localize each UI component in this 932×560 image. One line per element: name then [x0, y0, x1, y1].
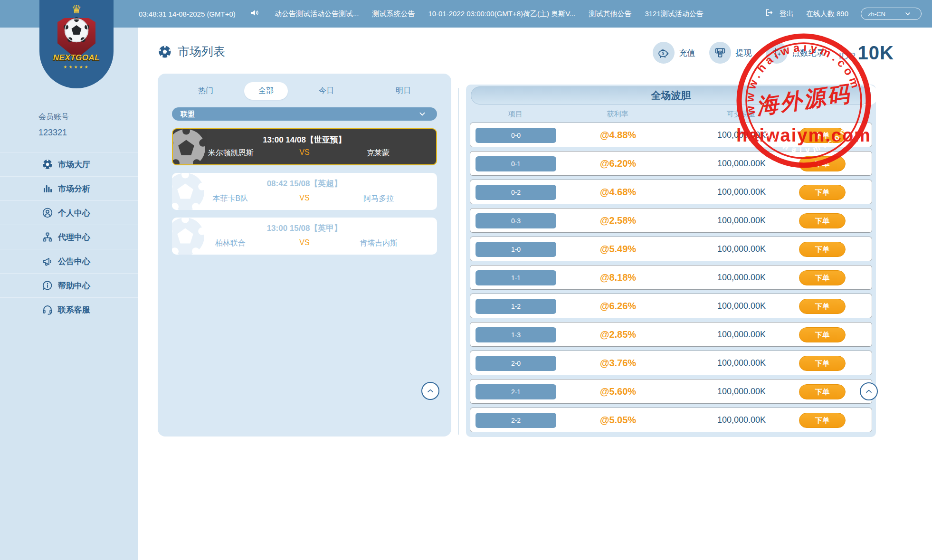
odds-row: 0-2 @4.68% 100,000.00K 下单 — [470, 180, 872, 204]
order-button[interactable]: 下单 — [799, 270, 846, 285]
away-team: 阿马多拉 — [320, 194, 437, 204]
bar-chart-icon — [42, 183, 53, 194]
league-select[interactable]: 联盟 — [172, 107, 437, 121]
tradable-amount: 100,000.00K — [717, 330, 766, 340]
score-pill[interactable]: 1-0 — [476, 242, 556, 257]
vs-label: VS — [289, 238, 321, 248]
match-card-selected[interactable]: 13:00 14/08【世亚预】 米尔顿凯恩斯 VS 克莱蒙 — [172, 128, 437, 165]
language-select[interactable]: zh-CN — [861, 8, 922, 20]
account-value: 123321 — [38, 128, 69, 138]
tab-hot[interactable]: 热门 — [167, 82, 244, 100]
order-button[interactable]: 下单 — [799, 356, 846, 371]
tab-today[interactable]: 今日 — [288, 82, 365, 100]
column-item: 项目 — [508, 110, 523, 119]
sidebar-item-label: 帮助中心 — [58, 280, 90, 291]
match-time: 13:00 15/08【英甲】 — [172, 223, 437, 234]
order-button[interactable]: 下单 — [799, 384, 846, 399]
announcement-bar: 动公告测试活动公告测试... 测试系统公告 10-01-2022 03:00:0… — [250, 8, 704, 19]
chevron-down-icon — [905, 11, 916, 17]
order-button[interactable]: 下单 — [799, 128, 846, 143]
sidebar-item-help-center[interactable]: 帮助中心 — [0, 273, 138, 297]
tradable-amount: 100,000.00K — [717, 130, 766, 140]
sidebar-item-label: 联系客服 — [58, 304, 90, 315]
profit-rate: @4.88% — [600, 130, 636, 141]
order-button[interactable]: 下单 — [799, 156, 846, 171]
announcement-4[interactable]: 测试其他公告 — [589, 9, 631, 19]
logout-icon — [765, 8, 776, 19]
page-title-text: 市场列表 — [178, 44, 225, 59]
profit-rate: @2.85% — [600, 329, 636, 340]
points-record-button[interactable]: 点数纪录 — [766, 42, 824, 64]
sidebar-item-label: 个人中心 — [58, 208, 90, 218]
order-button[interactable]: 下单 — [799, 213, 846, 228]
profit-rate: @2.58% — [600, 215, 636, 226]
currency-code: IDR — [838, 50, 856, 62]
recharge-button[interactable]: $ 充值 — [653, 42, 695, 64]
announcement-5[interactable]: 3121测试活动公告 — [645, 9, 704, 19]
soccer-ball-icon — [158, 45, 172, 59]
score-pill[interactable]: 0-1 — [476, 156, 556, 171]
scroll-top-button[interactable] — [421, 382, 439, 400]
odds-row: 0-1 @6.20% 100,000.00K 下单 — [470, 151, 872, 176]
announcement-3[interactable]: 10-01-2022 03:00:00(GMT+8)荷乙(主) 奥斯V... — [428, 9, 575, 19]
order-button[interactable]: 下单 — [799, 299, 846, 314]
tradable-amount: 100,000.00K — [717, 301, 766, 311]
order-button[interactable]: 下单 — [799, 327, 846, 342]
home-team: 本菲卡B队 — [172, 194, 289, 204]
score-pill[interactable]: 0-2 — [476, 185, 556, 200]
match-card[interactable]: 08:42 15/08【英超】 本菲卡B队 VS 阿马多拉 — [172, 173, 437, 210]
recharge-label: 充值 — [679, 47, 695, 58]
score-pill[interactable]: 0-0 — [476, 128, 556, 143]
tradable-amount: 100,000.00K — [717, 273, 766, 283]
sidebar-item-announcement-center[interactable]: 公告中心 — [0, 249, 138, 273]
sidebar-item-label: 代理中心 — [58, 232, 90, 243]
order-button[interactable]: 下单 — [799, 413, 846, 428]
odds-row: 2-0 @3.76% 100,000.00K 下单 — [470, 351, 872, 375]
megaphone-icon — [42, 256, 53, 267]
order-button[interactable]: 下单 — [799, 185, 846, 200]
tradable-amount: 100,000.00K — [717, 216, 766, 226]
odds-row: 1-1 @8.18% 100,000.00K 下单 — [470, 265, 872, 290]
score-pill[interactable]: 2-2 — [476, 413, 556, 428]
piggy-bank-icon: $ — [653, 42, 675, 64]
language-value: zh-CN — [868, 10, 885, 18]
column-tradable: 可交易量 — [727, 110, 755, 119]
score-pill[interactable]: 1-2 — [476, 299, 556, 314]
score-pill[interactable]: 1-1 — [476, 270, 556, 285]
vs-label: VS — [289, 148, 320, 158]
odds-row: 0-3 @2.58% 100,000.00K 下单 — [470, 208, 872, 233]
account-label: 会员账号 — [38, 112, 69, 122]
match-card[interactable]: 13:00 15/08【英甲】 柏林联合 VS 肯塔吉内斯 — [172, 218, 437, 255]
soccer-ball-emblem — [62, 16, 91, 47]
scroll-top-button[interactable] — [860, 382, 878, 400]
vs-label: VS — [289, 194, 321, 204]
tradable-amount: 100,000.00K — [717, 159, 766, 169]
headset-icon — [42, 304, 53, 315]
sidebar-item-market-analysis[interactable]: 市场分析 — [0, 176, 138, 200]
withdraw-button[interactable]: $ 提现 — [709, 42, 751, 64]
sidebar-item-personal-center[interactable]: 个人中心 — [0, 200, 138, 225]
tab-all[interactable]: 全部 — [244, 82, 288, 100]
score-pill[interactable]: 1-3 — [476, 327, 556, 342]
order-button[interactable]: 下单 — [799, 242, 846, 257]
away-team: 克莱蒙 — [320, 148, 436, 158]
announcement-2[interactable]: 测试系统公告 — [372, 9, 415, 19]
profit-rate: @5.60% — [600, 386, 636, 397]
user-icon — [42, 207, 53, 218]
sidebar-item-market-hall[interactable]: 市场大厅 — [0, 152, 138, 176]
announcement-1[interactable]: 动公告测试活动公告测试... — [275, 9, 359, 19]
tab-tomorrow[interactable]: 明日 — [365, 82, 442, 100]
score-pill[interactable]: 2-0 — [476, 356, 556, 371]
soccer-ball-art — [172, 128, 209, 165]
match-time: 08:42 15/08【英超】 — [172, 178, 437, 189]
league-select-label: 联盟 — [181, 110, 195, 119]
odds-row: 2-1 @5.60% 100,000.00K 下单 — [470, 379, 872, 404]
score-pill[interactable]: 2-1 — [476, 384, 556, 399]
score-pill[interactable]: 0-3 — [476, 213, 556, 228]
atm-withdraw-icon: $ — [709, 42, 731, 64]
logout-button[interactable]: 登出 — [765, 8, 794, 19]
profit-rate: @6.20% — [600, 158, 636, 169]
sidebar-item-customer-service[interactable]: 联系客服 — [0, 297, 138, 322]
logo: ♛ NEXTGOAL ★★★★★ — [39, 0, 114, 88]
sidebar-item-agent-center[interactable]: 代理中心 — [0, 225, 138, 249]
